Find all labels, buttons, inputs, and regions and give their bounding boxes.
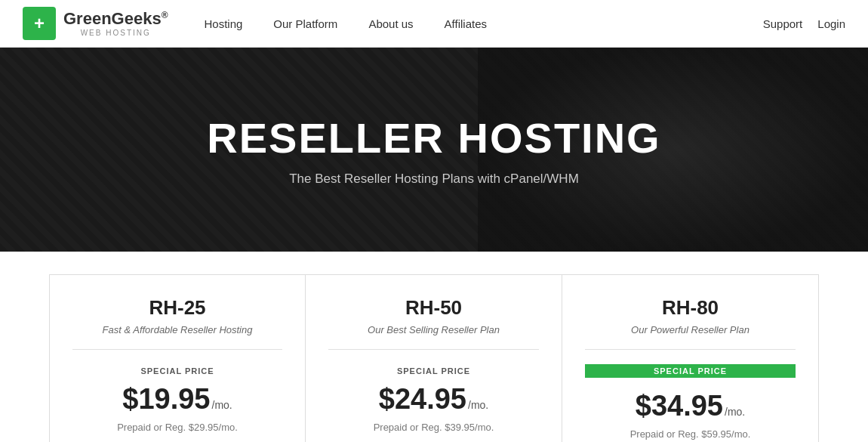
card-subtitle-rh80: Our Powerful Reseller Plan bbox=[585, 324, 796, 335]
price-mo-rh50: /mo. bbox=[468, 399, 488, 411]
brand-sub: WEB HOSTING bbox=[63, 29, 168, 37]
price-reg-rh80: Prepaid or Reg. $59.95/mo. bbox=[585, 428, 796, 440]
special-price-label-rh50: SPECIAL PRICE bbox=[397, 366, 470, 376]
pricing-card-rh25: RH-25 Fast & Affordable Reseller Hosting… bbox=[49, 274, 306, 442]
header: + GreenGeeks® WEB HOSTING Hosting Our Pl… bbox=[0, 0, 868, 48]
price-mo-rh25: /mo. bbox=[212, 399, 232, 411]
price-row-rh80: $34.95 /mo. bbox=[585, 390, 796, 422]
price-row-rh25: $19.95 /mo. bbox=[72, 383, 282, 416]
card-divider-rh25 bbox=[72, 349, 282, 350]
hero-title: RESELLER HOSTING bbox=[207, 113, 660, 162]
brand-name: GreenGeeks® bbox=[63, 10, 168, 28]
pricing-card-rh80: RH-80 Our Powerful Reseller Plan SPECIAL… bbox=[562, 274, 819, 442]
card-subtitle-rh25: Fast & Affordable Reseller Hosting bbox=[72, 324, 282, 335]
special-price-label-rh25: SPECIAL PRICE bbox=[140, 366, 214, 376]
card-title-rh25: RH-25 bbox=[72, 296, 282, 320]
price-rh25: $19.95 bbox=[122, 383, 210, 416]
price-rh50: $24.95 bbox=[379, 383, 466, 416]
price-reg-rh50: Prepaid or Reg. $39.95/mo. bbox=[328, 422, 539, 433]
special-price-wrapper-rh80: SPECIAL PRICE bbox=[585, 363, 796, 384]
nav-item-affiliates[interactable]: Affiliates bbox=[431, 0, 500, 48]
nav-right: Support Login bbox=[763, 17, 845, 30]
nav-item-hosting[interactable]: Hosting bbox=[190, 0, 256, 48]
pricing-section: RH-25 Fast & Affordable Reseller Hosting… bbox=[0, 252, 868, 442]
special-price-wrapper-rh25: SPECIAL PRICE bbox=[72, 363, 282, 377]
card-title-rh50: RH-50 bbox=[328, 296, 539, 320]
header-left: + GreenGeeks® WEB HOSTING Hosting Our Pl… bbox=[23, 0, 500, 48]
nav-item-our-platform[interactable]: Our Platform bbox=[260, 0, 351, 48]
hero-section: RESELLER HOSTING The Best Reseller Hosti… bbox=[0, 48, 868, 252]
card-divider-rh50 bbox=[328, 349, 539, 350]
card-subtitle-rh50: Our Best Selling Reseller Plan bbox=[328, 324, 539, 335]
nav-login[interactable]: Login bbox=[817, 17, 845, 30]
special-price-label-rh80: SPECIAL PRICE bbox=[585, 364, 796, 378]
logo-text: GreenGeeks® WEB HOSTING bbox=[63, 10, 168, 36]
price-reg-rh25: Prepaid or Reg. $29.95/mo. bbox=[72, 422, 282, 433]
card-title-rh80: RH-80 bbox=[585, 296, 796, 320]
price-rh80: $34.95 bbox=[636, 390, 723, 422]
logo-icon: + bbox=[23, 7, 56, 40]
price-mo-rh80: /mo. bbox=[725, 406, 745, 418]
hero-subtitle: The Best Reseller Hosting Plans with cPa… bbox=[289, 172, 579, 187]
nav-item-about-us[interactable]: About us bbox=[355, 0, 426, 48]
special-price-wrapper-rh50: SPECIAL PRICE bbox=[328, 363, 539, 377]
pricing-card-rh50: RH-50 Our Best Selling Reseller Plan SPE… bbox=[306, 274, 562, 442]
logo-area: + GreenGeeks® WEB HOSTING bbox=[23, 7, 168, 40]
nav-support[interactable]: Support bbox=[763, 17, 803, 30]
nav-left: Hosting Our Platform About us Affiliates bbox=[190, 0, 500, 48]
card-divider-rh80 bbox=[585, 349, 796, 350]
price-row-rh50: $24.95 /mo. bbox=[328, 383, 539, 416]
